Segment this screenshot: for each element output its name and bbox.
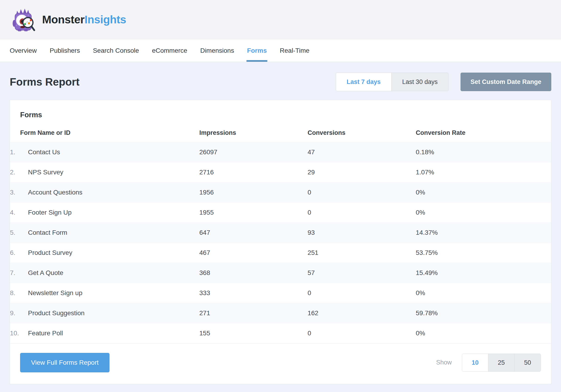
date-range-last-7-days-button[interactable]: Last 7 days — [336, 73, 392, 91]
form-name: Product Survey — [28, 249, 72, 256]
form-name: Account Questions — [28, 189, 82, 196]
cell-form-name: 2.NPS Survey — [10, 162, 199, 182]
cell-impressions: 271 — [199, 303, 308, 323]
cell-conversion-rate: 14.37% — [416, 223, 551, 243]
row-rank: 4. — [10, 209, 28, 216]
table-row: 6.Product Survey 467 251 53.75% — [10, 243, 551, 263]
row-rank: 8. — [10, 289, 28, 297]
row-rank: 6. — [10, 249, 28, 256]
form-name: Feature Poll — [28, 329, 63, 337]
cell-conversion-rate: 59.78% — [416, 303, 551, 323]
column-header-form-name: Form Name or ID — [10, 126, 199, 142]
monster-mascot-icon — [10, 7, 36, 33]
form-name: Contact Form — [28, 229, 67, 236]
table-row: 8.Newsletter Sign up 333 0 0% — [10, 283, 551, 303]
row-rank: 3. — [10, 189, 28, 196]
cell-conversions: 0 — [308, 283, 416, 303]
page-title: Forms Report — [10, 76, 80, 88]
date-controls: Last 7 days Last 30 days Set Custom Date… — [336, 73, 551, 91]
report-content: Forms Report Last 7 days Last 30 days Se… — [0, 73, 561, 391]
cell-conversion-rate: 1.07% — [416, 162, 551, 182]
cell-conversions: 0 — [308, 323, 416, 343]
cell-conversion-rate: 15.49% — [416, 263, 551, 283]
cell-form-name: 6.Product Survey — [10, 243, 199, 263]
logo-text-insights: Insights — [85, 13, 126, 26]
column-header-impressions: Impressions — [199, 126, 308, 142]
column-header-conversions: Conversions — [308, 126, 416, 142]
table-row: 2.NPS Survey 2716 29 1.07% — [10, 162, 551, 182]
forms-card: Forms Form Name or ID Impressions Conver… — [10, 100, 551, 384]
show-label: Show — [436, 359, 452, 366]
form-name: NPS Survey — [28, 169, 64, 176]
table-row: 4.Footer Sign Up 1955 0 0% — [10, 202, 551, 223]
report-header: Forms Report Last 7 days Last 30 days Se… — [10, 73, 551, 91]
column-header-conversion-rate: Conversion Rate — [416, 126, 551, 142]
row-rank: 5. — [10, 229, 28, 236]
nav-tab-overview[interactable]: Overview — [10, 39, 37, 62]
cell-impressions: 467 — [199, 243, 308, 263]
cell-conversions: 251 — [308, 243, 416, 263]
page-size-50-button[interactable]: 50 — [515, 354, 541, 371]
cell-impressions: 1956 — [199, 182, 308, 202]
cell-conversions: 162 — [308, 303, 416, 323]
card-title: Forms — [10, 100, 551, 126]
forms-table: Form Name or ID Impressions Conversions … — [10, 126, 551, 343]
cell-impressions: 26097 — [199, 142, 308, 162]
row-rank: 10. — [10, 329, 28, 337]
cell-conversion-rate: 0% — [416, 202, 551, 223]
page-size-toggle: 10 25 50 — [462, 354, 541, 372]
nav-tab-dimensions[interactable]: Dimensions — [200, 39, 234, 62]
logo-text-monster: Monster — [42, 13, 85, 26]
cell-form-name: 10.Feature Poll — [10, 323, 199, 343]
cell-conversions: 47 — [308, 142, 416, 162]
cell-conversion-rate: 0% — [416, 323, 551, 343]
view-full-forms-report-button[interactable]: View Full Forms Report — [20, 353, 109, 372]
cell-conversion-rate: 53.75% — [416, 243, 551, 263]
cell-impressions: 647 — [199, 223, 308, 243]
card-footer: View Full Forms Report Show 10 25 50 — [10, 343, 551, 384]
cell-form-name: 7.Get A Quote — [10, 263, 199, 283]
nav-tab-forms[interactable]: Forms — [247, 39, 267, 62]
cell-impressions: 368 — [199, 263, 308, 283]
row-rank: 7. — [10, 269, 28, 276]
cell-conversions: 29 — [308, 162, 416, 182]
report-nav: Overview Publishers Search Console eComm… — [0, 39, 561, 62]
nav-tab-real-time[interactable]: Real-Time — [280, 39, 309, 62]
table-row: 1.Contact Us 26097 47 0.18% — [10, 142, 551, 162]
row-rank: 2. — [10, 169, 28, 176]
form-name: Footer Sign Up — [28, 209, 72, 216]
cell-conversions: 93 — [308, 223, 416, 243]
table-row: 9.Product Suggestion 271 162 59.78% — [10, 303, 551, 323]
show-control: Show 10 25 50 — [436, 354, 541, 372]
cell-conversions: 0 — [308, 202, 416, 223]
cell-form-name: 1.Contact Us — [10, 142, 199, 162]
cell-impressions: 2716 — [199, 162, 308, 182]
app-header: MonsterInsights — [0, 0, 561, 39]
table-header-row: Form Name or ID Impressions Conversions … — [10, 126, 551, 142]
table-row: 5.Contact Form 647 93 14.37% — [10, 223, 551, 243]
nav-tab-publishers[interactable]: Publishers — [50, 39, 80, 62]
cell-form-name: 4.Footer Sign Up — [10, 202, 199, 223]
set-custom-date-range-button[interactable]: Set Custom Date Range — [461, 73, 551, 91]
cell-form-name: 5.Contact Form — [10, 223, 199, 243]
form-name: Product Suggestion — [28, 309, 85, 317]
cell-conversion-rate: 0.18% — [416, 142, 551, 162]
page-size-10-button[interactable]: 10 — [462, 354, 488, 371]
date-range-last-30-days-button[interactable]: Last 30 days — [392, 73, 448, 91]
page-size-25-button[interactable]: 25 — [488, 354, 515, 371]
cell-conversion-rate: 0% — [416, 283, 551, 303]
page: MonsterInsights Overview Publishers Sear… — [0, 0, 561, 392]
table-row: 10.Feature Poll 155 0 0% — [10, 323, 551, 343]
cell-impressions: 1955 — [199, 202, 308, 223]
date-range-toggle: Last 7 days Last 30 days — [336, 73, 449, 91]
cell-form-name: 9.Product Suggestion — [10, 303, 199, 323]
form-name: Get A Quote — [28, 269, 64, 276]
monsterinsights-logo: MonsterInsights — [10, 7, 126, 33]
form-name: Newsletter Sign up — [28, 289, 82, 297]
cell-form-name: 3.Account Questions — [10, 182, 199, 202]
nav-tab-search-console[interactable]: Search Console — [93, 39, 139, 62]
row-rank: 1. — [10, 148, 28, 156]
cell-conversions: 57 — [308, 263, 416, 283]
cell-form-name: 8.Newsletter Sign up — [10, 283, 199, 303]
nav-tab-ecommerce[interactable]: eCommerce — [152, 39, 187, 62]
